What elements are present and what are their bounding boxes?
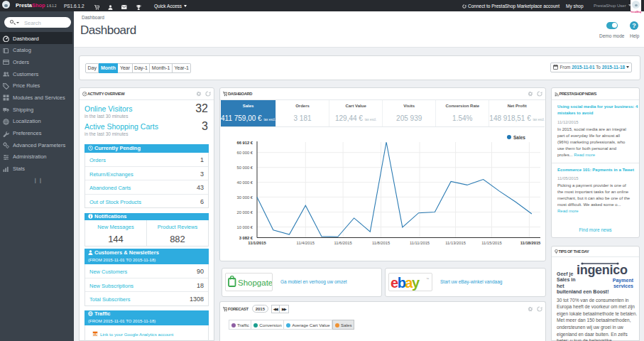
svg-text:Shopgate: Shopgate <box>238 278 272 287</box>
svg-text:ebay: ebay <box>391 275 420 291</box>
svg-text:66 912 €: 66 912 € <box>236 141 253 145</box>
svg-text:11/18/2015: 11/18/2015 <box>520 241 541 245</box>
svg-text:11/1/2015: 11/1/2015 <box>248 241 266 245</box>
svg-text:Sales: Sales <box>513 135 525 140</box>
svg-text:11/4/2015: 11/4/2015 <box>297 241 315 245</box>
svg-text:11/15/2015: 11/15/2015 <box>481 241 502 245</box>
svg-text:services: services <box>613 283 633 288</box>
svg-text:11/11/2015: 11/11/2015 <box>410 241 430 245</box>
svg-text:11/8/2015: 11/8/2015 <box>372 241 390 245</box>
svg-text:ingenico: ingenico <box>577 263 628 277</box>
svg-text:10 000 €: 10 000 € <box>236 225 253 229</box>
svg-text:11/13/2015: 11/13/2015 <box>445 241 466 245</box>
svg-text:11/6/2015: 11/6/2015 <box>334 241 351 245</box>
svg-text:™: ™ <box>426 277 429 281</box>
svg-text:40 000 €: 40 000 € <box>236 180 253 185</box>
svg-text:60 000 €: 60 000 € <box>236 151 253 155</box>
svg-text:3 082 €: 3 082 € <box>239 236 253 240</box>
svg-text:PrestaShop: PrestaShop <box>631 11 641 13</box>
svg-text:Payment: Payment <box>613 278 633 283</box>
svg-text:20 000 €: 20 000 € <box>236 210 253 215</box>
svg-text:50 000 €: 50 000 € <box>236 166 253 170</box>
svg-text:30 000 €: 30 000 € <box>236 195 253 200</box>
